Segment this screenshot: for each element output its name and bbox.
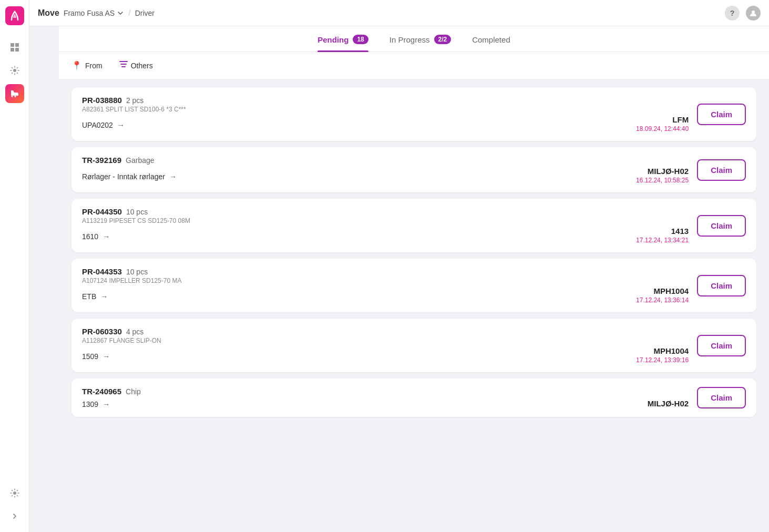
claim-button[interactable]: Claim [697, 387, 746, 408]
card-header: TR-240965 Chip [82, 387, 689, 396]
card-header-row: TR-240965 Chip [82, 387, 689, 396]
arrow-icon: → [102, 352, 110, 361]
card-dest-name: MILJØ-H02 [648, 399, 689, 408]
card-header: PR-044353 10 pcs [82, 267, 689, 276]
app-title: Move [38, 8, 59, 18]
card-id: PR-044350 [82, 207, 122, 216]
card-header: TR-392169 Garbage [82, 156, 689, 165]
tab-in-progress-label: In Progress [389, 35, 430, 44]
filter-others-label: Others [131, 62, 153, 70]
card-type: 10 pcs [126, 268, 148, 276]
card-header-row: PR-060330 4 pcs A112867 FLANGE SLIP-ON [82, 327, 689, 344]
sidebar [0, 0, 29, 532]
list-item: TR-392169 Garbage Rørlager - Inntak rørl… [71, 147, 756, 192]
filter-from[interactable]: 📍 From [71, 60, 102, 70]
topbar: Move Framo Fusa AS / Driver ? [29, 0, 769, 26]
arrow-icon: → [102, 400, 110, 408]
card-from: ETB [82, 292, 96, 301]
tab-pending[interactable]: Pending 18 [317, 35, 368, 52]
card-type: 10 pcs [126, 208, 148, 216]
card-from: 1610 [82, 232, 98, 241]
card-route: UPA0202 → [82, 119, 628, 129]
arrow-icon: → [169, 172, 177, 181]
card-desc: A82361 SPLIT LIST SD100-6 *3 C*** [82, 106, 689, 113]
filter-others[interactable]: Others [119, 61, 153, 70]
card-destination: MILJØ-H02 [648, 399, 689, 408]
card-desc: A107124 IMPELLER SD125-70 MA [82, 277, 689, 284]
list-item: PR-044353 10 pcs A107124 IMPELLER SD125-… [71, 259, 756, 312]
card-type: 4 pcs [126, 328, 143, 336]
card-destination: 1413 17.12.24, 13:34:21 [636, 227, 689, 244]
card-header: PR-038880 2 pcs [82, 96, 689, 105]
card-header: PR-044350 10 pcs [82, 207, 689, 216]
company-selector[interactable]: Framo Fusa AS [64, 9, 124, 17]
tab-pending-badge: 18 [353, 35, 368, 44]
svg-rect-11 [120, 64, 127, 65]
topbar-actions: ? [725, 6, 761, 21]
card-route: 1509 → [82, 350, 628, 361]
card-dest-time: 17.12.24, 13:34:21 [636, 237, 689, 244]
card-from: Rørlager - Inntak rørlager [82, 172, 165, 181]
card-header-row: PR-038880 2 pcs A82361 SPLIT LIST SD100-… [82, 96, 689, 113]
sidebar-item-dashboard[interactable] [5, 38, 24, 57]
card-destination: MPH1004 17.12.24, 13:36:14 [636, 287, 689, 304]
chevron-down-icon [117, 9, 124, 17]
claim-button[interactable]: Claim [697, 159, 746, 181]
svg-point-6 [11, 96, 13, 97]
sidebar-item-bottom-settings[interactable] [5, 484, 24, 503]
claim-button[interactable]: Claim [697, 275, 746, 296]
card-dest-name: LFM [636, 115, 689, 124]
card-dest-name: 1413 [636, 227, 689, 236]
breadcrumb-driver: Driver [135, 9, 155, 17]
card-type: Garbage [126, 156, 154, 165]
card-dest-name: MILJØ-H02 [636, 167, 689, 176]
card-dest-name: MPH1004 [636, 287, 689, 295]
card-type: Chip [126, 387, 141, 396]
card-route: ETB → [82, 290, 628, 301]
claim-button[interactable]: Claim [697, 104, 746, 125]
arrow-icon: → [102, 232, 110, 241]
list-item: PR-038880 2 pcs A82361 SPLIT LIST SD100-… [71, 87, 756, 141]
tab-completed[interactable]: Completed [472, 35, 510, 52]
card-desc: A112867 FLANGE SLIP-ON [82, 337, 689, 344]
card-id: PR-060330 [82, 327, 122, 336]
help-button[interactable]: ? [725, 6, 740, 21]
svg-rect-12 [121, 66, 126, 67]
sidebar-item-expand[interactable] [5, 507, 24, 526]
claim-button[interactable]: Claim [697, 335, 746, 356]
svg-rect-4 [15, 48, 19, 52]
card-id: TR-392169 [82, 156, 121, 165]
card-dest-name: MPH1004 [636, 346, 689, 355]
company-name: Framo Fusa AS [64, 9, 115, 17]
filter-icon [119, 61, 128, 70]
svg-rect-3 [11, 48, 14, 52]
card-from: UPA0202 [82, 121, 113, 129]
user-avatar[interactable] [746, 6, 761, 21]
card-header: PR-060330 4 pcs [82, 327, 689, 336]
card-id: TR-240965 [82, 387, 121, 396]
card-from: 1509 [82, 352, 98, 361]
breadcrumb-separator: / [128, 8, 130, 18]
card-desc: A113219 PIPESET CS SD125-70 08M [82, 217, 689, 224]
main-content: Pending 18 In Progress 2/2 Completed 📍 F… [59, 26, 769, 532]
card-dest-time: 17.12.24, 13:39:16 [636, 356, 689, 364]
card-destination: LFM 18.09.24, 12:44:40 [636, 115, 689, 132]
svg-rect-2 [15, 43, 19, 47]
card-header-row: PR-044353 10 pcs A107124 IMPELLER SD125-… [82, 267, 689, 284]
tab-in-progress[interactable]: In Progress 2/2 [389, 35, 451, 52]
card-header-row: TR-392169 Garbage [82, 156, 689, 165]
tab-completed-label: Completed [472, 35, 510, 44]
list-item: TR-240965 Chip 1309 → MILJØ-H02 Claim [71, 378, 756, 417]
svg-point-5 [13, 69, 16, 72]
card-id: PR-038880 [82, 96, 122, 105]
app-logo[interactable] [5, 6, 24, 25]
svg-rect-10 [119, 61, 128, 62]
cards-list: PR-038880 2 pcs A82361 SPLIT LIST SD100-… [59, 79, 769, 532]
sidebar-item-forklift[interactable] [5, 84, 24, 103]
sidebar-item-settings[interactable] [5, 61, 24, 80]
claim-button[interactable]: Claim [697, 215, 746, 237]
filter-from-label: From [85, 62, 102, 70]
card-type: 2 pcs [126, 96, 143, 105]
card-route: 1610 → [82, 230, 628, 241]
filter-row: 📍 From Others [59, 52, 769, 79]
